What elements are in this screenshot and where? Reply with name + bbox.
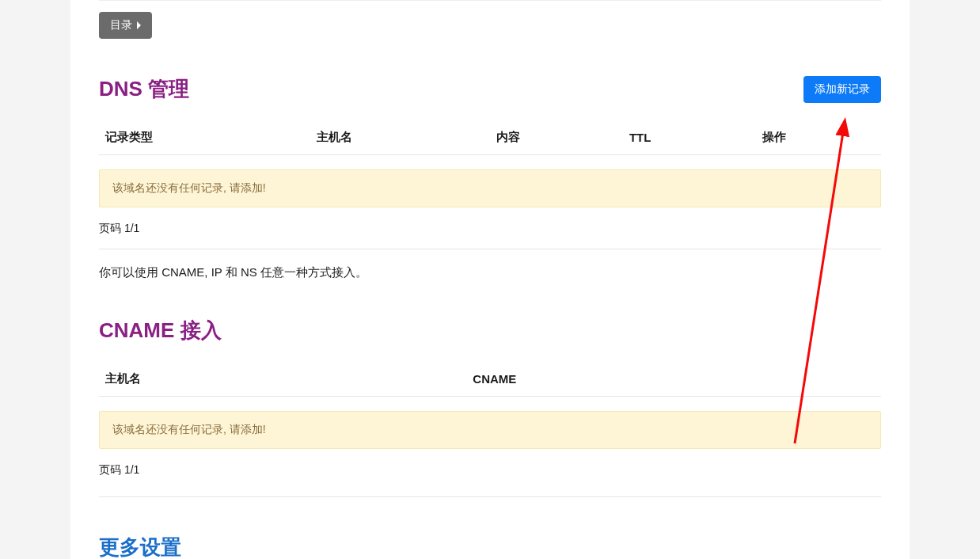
add-record-button[interactable]: 添加新记录 bbox=[803, 76, 881, 103]
divider bbox=[99, 249, 881, 249]
col-ttl: TTL bbox=[623, 120, 756, 155]
divider bbox=[99, 0, 881, 1]
dns-section-header: DNS 管理 添加新记录 bbox=[99, 75, 881, 103]
col-content: 内容 bbox=[490, 120, 623, 155]
dns-pager: 页码 1/1 bbox=[99, 222, 881, 236]
cname-title: CNAME 接入 bbox=[99, 317, 881, 344]
col-action: 操作 bbox=[756, 120, 881, 155]
col-record-type: 记录类型 bbox=[99, 120, 310, 155]
dns-title: DNS 管理 bbox=[99, 75, 189, 103]
page: 目录 DNS 管理 添加新记录 记录类型 主机名 内容 TTL 操作 该域名还没… bbox=[70, 0, 910, 559]
dns-note: 你可以使用 CNAME, IP 和 NS 任意一种方式接入。 bbox=[99, 265, 881, 280]
col-cname-value: CNAME bbox=[466, 362, 881, 397]
cname-empty-alert: 该域名还没有任何记录, 请添加! bbox=[99, 411, 881, 449]
col-cname-host: 主机名 bbox=[99, 362, 466, 397]
more-settings-title: 更多设置 bbox=[99, 534, 881, 559]
cname-pager: 页码 1/1 bbox=[99, 463, 881, 477]
caret-right-icon bbox=[137, 21, 141, 29]
toc-button[interactable]: 目录 bbox=[99, 12, 152, 39]
cname-table: 主机名 CNAME bbox=[99, 362, 881, 397]
dns-table: 记录类型 主机名 内容 TTL 操作 bbox=[99, 120, 881, 155]
col-host: 主机名 bbox=[310, 120, 490, 155]
dns-empty-alert: 该域名还没有任何记录, 请添加! bbox=[99, 169, 881, 207]
toc-label: 目录 bbox=[110, 18, 132, 32]
divider bbox=[99, 496, 881, 497]
